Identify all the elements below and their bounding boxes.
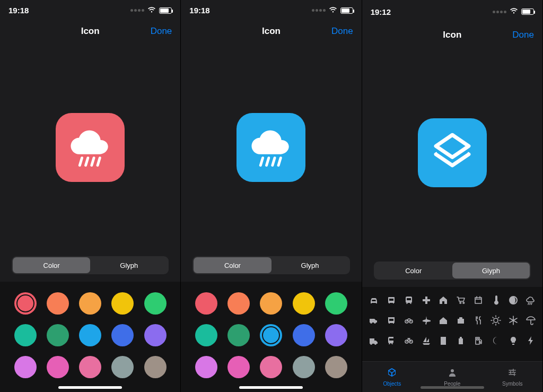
snowflake-icon[interactable] [506,313,520,327]
bike2-icon[interactable] [402,334,416,347]
house-icon[interactable] [436,313,450,327]
bus2-icon[interactable] [384,313,398,327]
train-icon[interactable] [402,293,416,307]
status-time: 19:18 [8,6,29,15]
home-indicator[interactable] [421,386,484,389]
color-swatch[interactable] [144,356,167,378]
nav-bar: Icon Done [0,21,180,41]
color-swatch[interactable] [195,324,217,346]
color-swatch[interactable] [260,292,282,315]
person-icon [447,367,458,379]
sliders-icon [507,367,518,379]
color-swatch[interactable] [293,356,315,378]
color-swatch[interactable] [293,324,315,346]
segment-glyph[interactable]: Glyph [90,257,168,273]
color-swatch[interactable] [325,292,347,315]
cloud-rain-icon[interactable] [524,293,538,307]
svg-line-2 [92,158,94,165]
color-swatch[interactable] [79,324,101,346]
gas-pump-icon[interactable] [471,334,485,347]
cart-icon[interactable] [454,293,468,307]
thermometer-icon[interactable] [489,293,503,307]
umbrella-icon[interactable] [524,313,538,327]
color-swatch[interactable] [111,356,134,378]
color-swatch[interactable] [227,292,250,315]
color-swatch[interactable] [47,356,69,378]
glyph-grid [365,292,539,352]
glyph-tab-objects[interactable]: Objects [362,362,422,392]
segment-color[interactable]: Color [13,257,90,273]
utensils-icon[interactable] [471,313,485,327]
bus-icon[interactable] [384,293,398,307]
tram-icon[interactable] [384,334,398,347]
icon-preview [0,41,180,254]
screen-1: 19:18 Icon Done Color Glyph [0,0,181,392]
color-swatch[interactable] [144,292,167,315]
rain-cloud-icon [247,124,295,171]
segment-glyph[interactable]: Glyph [452,263,530,278]
truck-icon[interactable] [367,334,381,347]
color-swatch[interactable] [144,324,167,346]
bicycle-icon[interactable] [402,313,416,327]
segment-color-label: Color [224,262,241,269]
svg-line-5 [267,158,269,165]
segment-color[interactable]: Color [375,263,452,278]
nav-bar: Icon Done [362,23,542,47]
color-swatch[interactable] [111,292,134,315]
color-swatch[interactable] [260,356,282,378]
van-icon[interactable] [367,313,381,327]
battery-icon [521,8,534,15]
segment-glyph[interactable]: Glyph [272,257,349,273]
glyph-tab-symbols[interactable]: Symbols [483,362,542,392]
svg-line-0 [80,158,82,165]
svg-line-6 [273,158,275,165]
color-swatch[interactable] [227,356,250,378]
moon-icon[interactable] [489,334,503,347]
color-swatch[interactable] [195,356,217,378]
color-swatch[interactable] [260,324,282,346]
color-swatch[interactable] [111,324,134,346]
icon-preview [181,41,361,254]
segment-color[interactable]: Color [194,257,271,273]
color-swatch[interactable] [14,356,37,378]
color-swatch[interactable] [227,324,250,346]
plus-medical-icon[interactable] [419,293,433,307]
building-icon[interactable] [436,334,450,347]
color-swatch[interactable] [14,324,37,346]
luggage-icon[interactable] [454,334,468,347]
cube-icon [387,367,397,379]
app-icon-preview [418,118,487,187]
color-swatch[interactable] [195,292,217,315]
home-icon[interactable] [436,293,450,307]
segmented-control[interactable]: Color Glyph [192,256,349,274]
done-button[interactable]: Done [512,30,534,40]
car-icon[interactable] [367,293,381,307]
home-indicator[interactable] [239,386,303,389]
color-swatch[interactable] [79,292,101,315]
calendar-icon[interactable] [471,293,485,307]
color-swatch[interactable] [47,324,69,346]
segmented-control[interactable]: Color Glyph [374,262,531,280]
color-swatch[interactable] [325,324,347,346]
segmented-control[interactable]: Color Glyph [12,256,169,274]
color-swatch[interactable] [293,292,315,315]
color-panel [181,282,361,392]
status-bar: 19:18 [181,0,361,21]
lightbulb-icon[interactable] [506,334,520,347]
sun-icon[interactable] [489,313,503,327]
moon-phase-icon[interactable] [506,293,520,307]
status-bar: 19:18 [0,0,180,21]
briefcase-icon[interactable] [454,313,468,327]
color-swatch[interactable] [47,292,69,315]
sailboat-icon[interactable] [419,334,433,347]
done-button[interactable]: Done [151,26,172,37]
bolt-icon[interactable] [524,334,538,347]
color-swatch[interactable] [79,356,101,378]
home-indicator[interactable] [58,386,122,389]
color-swatch[interactable] [325,356,347,378]
airplane-icon[interactable] [419,313,433,327]
done-button[interactable]: Done [331,26,353,37]
color-swatch[interactable] [14,292,37,315]
status-right [312,6,353,15]
page-title: Icon [81,26,100,37]
